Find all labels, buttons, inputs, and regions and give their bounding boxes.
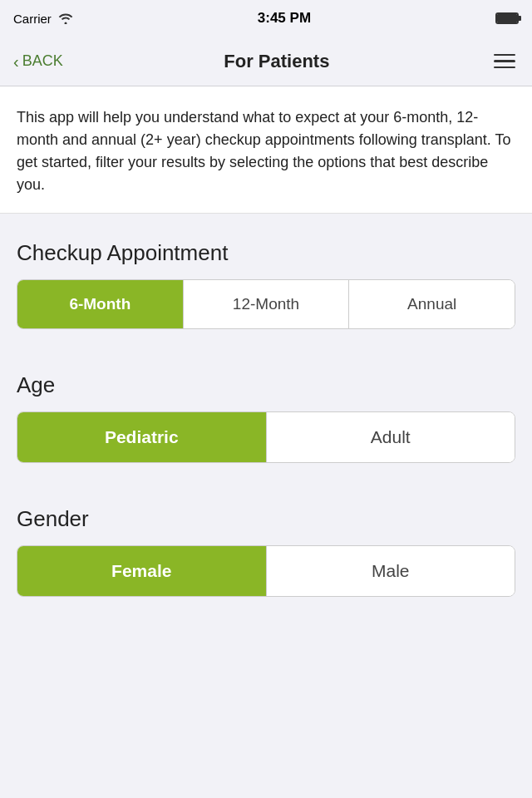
checkup-option-6month[interactable]: 6-Month [17,280,184,328]
age-section-title: Age [17,372,515,398]
gender-option-male[interactable]: Male [267,546,515,596]
checkup-section: Checkup Appointment 6-Month 12-Month Ann… [0,220,532,346]
intro-section: This app will help you understand what t… [0,86,532,214]
back-button[interactable]: ‹ BACK [13,52,63,70]
gender-segmented-control: Female Male [17,545,515,597]
page-title: For Patients [224,51,329,72]
status-bar-right [495,12,519,24]
wifi-icon [58,12,73,24]
checkup-option-12month[interactable]: 12-Month [184,280,350,328]
back-label: BACK [22,52,63,70]
gender-option-female[interactable]: Female [17,546,267,596]
back-chevron-icon: ‹ [13,53,19,70]
checkup-option-annual[interactable]: Annual [349,280,515,328]
intro-text: This app will help you understand what t… [17,106,515,196]
divider-3 [0,480,532,486]
checkup-segmented-control: 6-Month 12-Month Annual [17,279,515,329]
nav-bar: ‹ BACK For Patients [0,37,532,86]
checkup-section-title: Checkup Appointment [17,240,515,266]
menu-button[interactable] [490,51,519,72]
age-option-pediatric[interactable]: Pediatric [17,412,267,462]
hamburger-line-3 [494,66,515,69]
age-segmented-control: Pediatric Adult [17,411,515,463]
status-bar: Carrier 3:45 PM [0,0,532,37]
carrier-label: Carrier [13,12,52,26]
status-bar-time: 3:45 PM [258,10,311,27]
divider-1 [0,214,532,220]
battery-icon [495,12,519,24]
gender-section-title: Gender [17,506,515,532]
hamburger-line-2 [494,60,515,62]
status-bar-left: Carrier [13,12,73,26]
gender-section: Gender Female Male [0,486,532,613]
age-section: Age Pediatric Adult [0,352,532,480]
hamburger-line-1 [494,54,515,57]
divider-2 [0,346,532,352]
age-option-adult[interactable]: Adult [267,412,515,462]
